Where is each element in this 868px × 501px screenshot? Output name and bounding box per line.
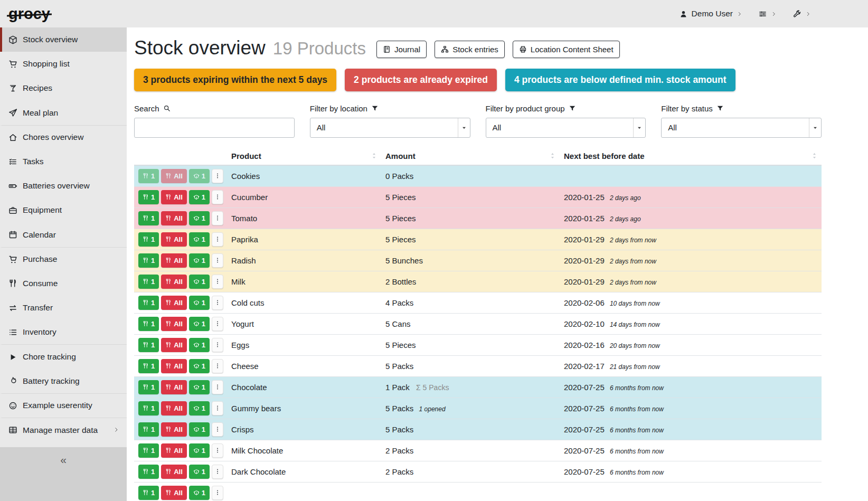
row-menu-button[interactable] xyxy=(212,443,223,458)
consume-one-button[interactable]: 1 xyxy=(138,359,159,373)
consume-all-button[interactable]: All xyxy=(161,359,187,373)
row-menu-button[interactable] xyxy=(212,169,223,183)
consume-all-button[interactable]: All xyxy=(161,253,187,268)
consume-one-button[interactable]: 1 xyxy=(138,275,159,289)
open-one-button[interactable]: 1 xyxy=(189,275,210,289)
sidebar-item-battery-tracking[interactable]: Battery tracking xyxy=(0,369,127,393)
status-filter-select[interactable]: All xyxy=(661,118,822,138)
admin-menu[interactable] xyxy=(792,10,811,18)
consume-all-button[interactable]: All xyxy=(161,401,187,415)
row-menu-button[interactable] xyxy=(212,401,223,415)
open-one-button[interactable]: 1 xyxy=(189,211,210,225)
row-menu-button[interactable] xyxy=(212,380,223,394)
consume-one-button[interactable]: 1 xyxy=(138,443,159,458)
location-content-sheet-button[interactable]: Location Content Sheet xyxy=(513,41,620,58)
open-one-button[interactable]: 1 xyxy=(189,401,210,415)
open-one-button[interactable]: 1 xyxy=(189,486,210,500)
open-one-button[interactable]: 1 xyxy=(189,317,210,331)
open-one-button[interactable]: 1 xyxy=(189,232,210,247)
sidebar-collapse-button[interactable]: « xyxy=(0,447,127,501)
row-menu-button[interactable] xyxy=(212,211,223,225)
consume-all-button[interactable]: All xyxy=(161,190,187,204)
row-menu-button[interactable] xyxy=(212,232,223,247)
open-one-button[interactable]: 1 xyxy=(189,443,210,458)
consume-one-button[interactable]: 1 xyxy=(138,338,159,352)
sidebar-item-example-userentity[interactable]: Example userentity xyxy=(0,393,127,418)
consume-one-button[interactable]: 1 xyxy=(138,253,159,268)
consume-one-button[interactable]: 1 xyxy=(138,422,159,437)
consume-all-button[interactable]: All xyxy=(161,443,187,458)
consume-all-button[interactable]: All xyxy=(161,296,187,310)
product-column-header[interactable]: Product xyxy=(227,147,381,165)
row-menu-button[interactable] xyxy=(212,275,223,289)
alert-warning[interactable]: 3 products expiring within the next 5 da… xyxy=(134,69,336,91)
sidebar-item-recipes[interactable]: Recipes xyxy=(0,76,127,100)
open-one-button[interactable]: 1 xyxy=(189,296,210,310)
open-one-button[interactable]: 1 xyxy=(189,338,210,352)
location-filter-select[interactable]: All xyxy=(310,118,470,138)
consume-one-button[interactable]: 1 xyxy=(138,380,159,394)
row-menu-button[interactable] xyxy=(212,317,223,331)
sidebar-item-chores-overview[interactable]: Chores overview xyxy=(0,125,127,149)
sidebar-item-manage-master-data[interactable]: Manage master data xyxy=(0,418,127,442)
row-menu-button[interactable] xyxy=(212,338,223,352)
consume-all-button[interactable]: All xyxy=(161,422,187,437)
sidebar-item-stock-overview[interactable]: Stock overview xyxy=(0,27,127,52)
app-logo[interactable]: grocy xyxy=(8,6,50,22)
consume-all-button[interactable]: All xyxy=(161,169,187,183)
alert-info[interactable]: 4 products are below defined min. stock … xyxy=(505,69,735,91)
open-one-button[interactable]: 1 xyxy=(189,253,210,268)
row-menu-button[interactable] xyxy=(212,253,223,268)
sidebar-item-meal-plan[interactable]: Meal plan xyxy=(0,101,127,125)
sidebar-item-batteries-overview[interactable]: Batteries overview xyxy=(0,174,127,198)
consume-all-button[interactable]: All xyxy=(161,465,187,479)
sidebar-item-consume[interactable]: Consume xyxy=(0,271,127,296)
open-one-button[interactable]: 1 xyxy=(189,422,210,437)
open-one-button[interactable]: 1 xyxy=(189,465,210,479)
row-menu-button[interactable] xyxy=(212,422,223,437)
row-menu-button[interactable] xyxy=(212,486,223,500)
row-menu-button[interactable] xyxy=(212,359,223,373)
consume-one-button[interactable]: 1 xyxy=(138,190,159,204)
alert-danger[interactable]: 2 products are already expired xyxy=(345,69,497,91)
open-one-button[interactable]: 1 xyxy=(189,169,210,183)
consume-all-button[interactable]: All xyxy=(161,380,187,394)
sidebar-item-calendar[interactable]: Calendar xyxy=(0,223,127,247)
stock-entries-button[interactable]: Stock entries xyxy=(435,41,505,58)
amount-column-header[interactable]: Amount xyxy=(381,147,560,165)
user-menu[interactable]: Demo User xyxy=(679,9,742,18)
row-menu-button[interactable] xyxy=(212,296,223,310)
search-input[interactable] xyxy=(134,118,295,138)
row-menu-button[interactable] xyxy=(212,190,223,204)
sidebar-item-transfer[interactable]: Transfer xyxy=(0,296,127,320)
row-menu-button[interactable] xyxy=(212,465,223,479)
sidebar-item-tasks[interactable]: Tasks xyxy=(0,149,127,174)
date-column-header[interactable]: Next best before date xyxy=(560,147,822,165)
consume-one-button[interactable]: 1 xyxy=(138,401,159,415)
consume-all-button[interactable]: All xyxy=(161,338,187,352)
product-group-filter-select[interactable]: All xyxy=(486,118,646,138)
cocktail-icon xyxy=(8,84,17,93)
open-one-button[interactable]: 1 xyxy=(189,359,210,373)
consume-all-button[interactable]: All xyxy=(161,211,187,225)
sidebar-item-purchase[interactable]: Purchase xyxy=(0,247,127,271)
consume-all-button[interactable]: All xyxy=(161,232,187,247)
sidebar-item-shopping-list[interactable]: Shopping list xyxy=(0,52,127,76)
sidebar-item-inventory[interactable]: Inventory xyxy=(0,320,127,344)
consume-one-button[interactable]: 1 xyxy=(138,296,159,310)
consume-one-button[interactable]: 1 xyxy=(138,169,159,183)
sidebar-item-chore-tracking[interactable]: Chore tracking xyxy=(0,344,127,368)
journal-button[interactable]: Journal xyxy=(376,41,427,58)
settings-menu[interactable] xyxy=(758,10,777,18)
open-one-button[interactable]: 1 xyxy=(189,190,210,204)
open-one-button[interactable]: 1 xyxy=(189,380,210,394)
consume-all-button[interactable]: All xyxy=(161,275,187,289)
consume-one-button[interactable]: 1 xyxy=(138,317,159,331)
consume-one-button[interactable]: 1 xyxy=(138,486,159,500)
consume-all-button[interactable]: All xyxy=(161,486,187,500)
consume-all-button[interactable]: All xyxy=(161,317,187,331)
consume-one-button[interactable]: 1 xyxy=(138,232,159,247)
consume-one-button[interactable]: 1 xyxy=(138,211,159,225)
sidebar-item-equipment[interactable]: Equipment xyxy=(0,198,127,222)
consume-one-button[interactable]: 1 xyxy=(138,465,159,479)
